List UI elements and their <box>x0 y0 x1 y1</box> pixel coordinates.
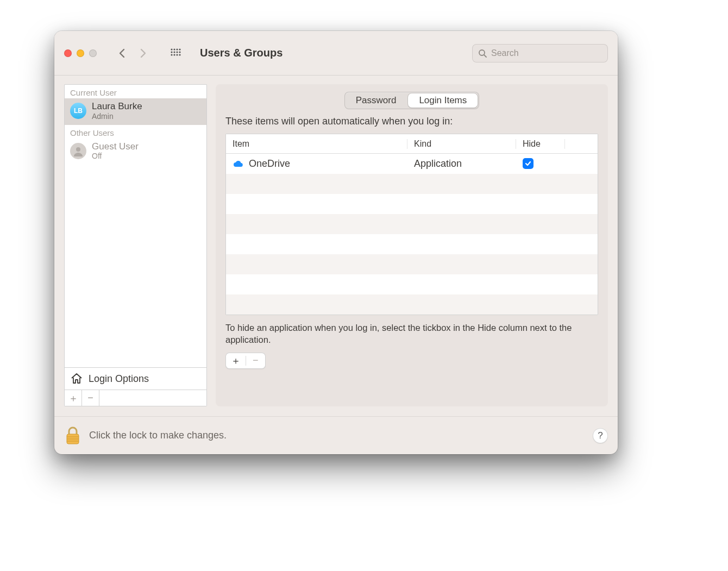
remove-item-button[interactable]: − <box>246 353 266 368</box>
preferences-window: Users & Groups Current User LB Laura Bur… <box>54 31 618 454</box>
table-row <box>226 194 598 214</box>
search-field[interactable] <box>472 44 608 62</box>
user-name: Laura Burke <box>92 102 142 112</box>
col-item[interactable]: Item <box>226 139 407 149</box>
svg-point-6 <box>176 51 178 53</box>
svg-point-0 <box>171 48 172 50</box>
search-input[interactable] <box>491 48 602 58</box>
svg-point-3 <box>179 48 180 50</box>
show-all-button[interactable] <box>167 43 184 63</box>
svg-point-2 <box>176 48 178 50</box>
login-options-button[interactable]: Login Options <box>65 367 206 390</box>
svg-point-14 <box>76 147 80 152</box>
tab-bar: Password Login Items <box>344 92 480 109</box>
svg-line-13 <box>484 55 486 57</box>
body: Current User LB Laura Burke Admin Other … <box>54 76 618 416</box>
table-row <box>226 294 598 315</box>
svg-point-11 <box>179 54 180 55</box>
back-button[interactable] <box>114 43 130 63</box>
login-items-prompt: These items will open automatically when… <box>225 116 598 127</box>
table-row <box>226 174 598 194</box>
item-kind: Application <box>407 158 516 170</box>
home-icon <box>70 372 83 385</box>
remove-user-button[interactable]: − <box>82 390 99 406</box>
user-role: Admin <box>92 112 142 121</box>
table-row <box>226 254 598 274</box>
col-hide[interactable]: Hide <box>516 139 565 149</box>
login-options-label: Login Options <box>89 373 149 385</box>
svg-point-8 <box>171 54 172 55</box>
footer: Click the lock to make changes. ? <box>54 416 618 454</box>
col-kind[interactable]: Kind <box>407 139 516 149</box>
svg-point-4 <box>171 51 172 53</box>
add-item-button[interactable]: ＋ <box>226 353 246 368</box>
item-name: OneDrive <box>249 158 290 170</box>
minimize-window-button[interactable] <box>77 49 84 57</box>
sidebar-user-guest[interactable]: Guest User Off <box>65 139 206 165</box>
svg-point-7 <box>179 51 180 53</box>
users-sidebar: Current User LB Laura Burke Admin Other … <box>64 84 207 406</box>
cloud-icon <box>233 160 243 168</box>
table-row <box>226 214 598 234</box>
section-other-users: Other Users <box>65 125 206 139</box>
zoom-window-button <box>89 49 97 57</box>
sidebar-add-remove: ＋ − <box>65 390 206 406</box>
table-row <box>226 234 598 254</box>
main-panel: Password Login Items These items will op… <box>216 84 608 406</box>
add-user-button[interactable]: ＋ <box>65 390 82 406</box>
user-name: Guest User <box>92 142 139 152</box>
tab-password[interactable]: Password <box>345 92 407 109</box>
lock-hint-text: Click the lock to make changes. <box>89 430 585 441</box>
table-row <box>226 274 598 294</box>
search-icon <box>478 49 487 58</box>
toolbar: Users & Groups <box>54 31 618 76</box>
item-add-remove: ＋ − <box>225 353 266 369</box>
avatar-icon: LB <box>70 103 86 119</box>
user-status: Off <box>92 152 139 160</box>
lock-icon[interactable] <box>64 425 81 446</box>
window-title: Users & Groups <box>200 47 283 59</box>
traffic-lights <box>64 49 97 57</box>
sidebar-user-current[interactable]: LB Laura Burke Admin <box>65 98 206 125</box>
close-window-button[interactable] <box>64 49 72 57</box>
section-current-user: Current User <box>65 85 206 98</box>
forward-button <box>135 43 151 63</box>
svg-point-5 <box>173 51 175 53</box>
hide-hint-text: To hide an application when you log in, … <box>225 322 598 346</box>
hide-checkbox[interactable] <box>523 158 534 169</box>
table-header: Item Kind Hide <box>226 134 598 154</box>
login-items-table: Item Kind Hide OneDriveApplication <box>225 134 598 315</box>
help-button[interactable]: ? <box>593 428 608 443</box>
tab-login-items[interactable]: Login Items <box>408 93 478 108</box>
table-row[interactable]: OneDriveApplication <box>226 154 598 174</box>
svg-point-1 <box>173 48 175 50</box>
svg-point-10 <box>176 54 178 55</box>
svg-point-9 <box>173 54 175 55</box>
avatar-icon <box>70 143 86 159</box>
